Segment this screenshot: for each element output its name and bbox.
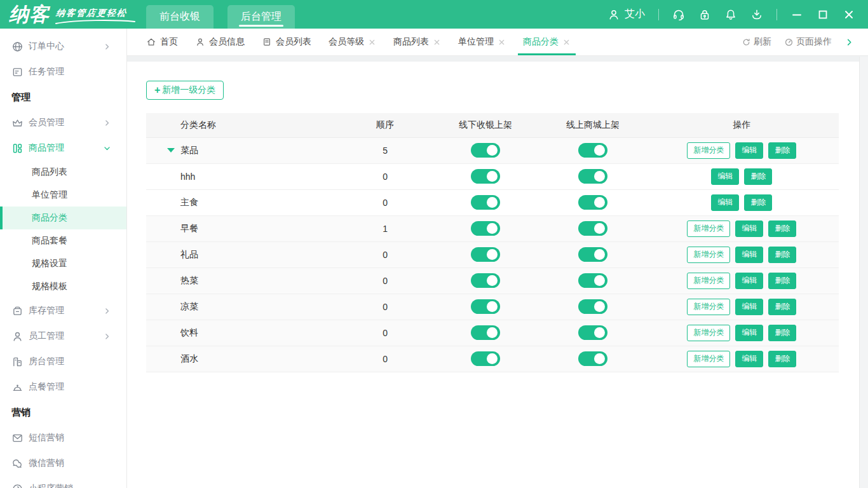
edit-button[interactable]: 编辑	[735, 351, 763, 367]
add-top-category-button[interactable]: + 新增一级分类	[146, 81, 224, 100]
tab-item[interactable]: 会员列表	[262, 29, 311, 55]
online-toggle[interactable]	[578, 273, 607, 288]
online-toggle[interactable]	[578, 169, 607, 184]
sidebar-item[interactable]: 任务管理	[0, 59, 126, 85]
edit-button[interactable]: 编辑	[735, 247, 763, 263]
sidebar-item[interactable]: 小程序营销	[0, 476, 126, 488]
online-toggle[interactable]	[578, 299, 607, 314]
sidebar-item[interactable]: 订单中心	[0, 34, 126, 59]
sidebar-item[interactable]: 点餐管理	[0, 374, 126, 400]
tab-close-icon[interactable]	[498, 38, 506, 46]
products-icon	[11, 142, 24, 154]
tab-active[interactable]: 商品分类	[523, 29, 571, 55]
edit-button[interactable]: 编辑	[711, 194, 739, 211]
online-cell	[541, 163, 645, 189]
headset-icon[interactable]	[672, 8, 685, 21]
close-window-button[interactable]	[843, 8, 855, 21]
edit-button[interactable]: 编辑	[735, 299, 763, 315]
chevron-right-icon[interactable]	[844, 37, 854, 47]
sidebar-item[interactable]: 短信营销	[0, 425, 126, 451]
online-toggle[interactable]	[578, 325, 607, 340]
add-subcategory-button[interactable]: 新增分类	[687, 142, 730, 159]
table-row: hhh0编辑删除	[146, 163, 839, 189]
sidebar-item[interactable]: 商品管理	[0, 135, 126, 161]
sidebar-subitem-active[interactable]: 商品分类	[0, 207, 126, 229]
delete-button[interactable]: 删除	[744, 194, 772, 211]
add-subcategory-button[interactable]: 新增分类	[687, 247, 730, 263]
tab-item[interactable]: 会员等级	[329, 29, 376, 55]
vertical-scrollbar[interactable]	[859, 57, 868, 488]
tab-close-icon[interactable]	[562, 38, 571, 46]
online-toggle[interactable]	[578, 195, 607, 210]
edit-button[interactable]: 编辑	[735, 325, 763, 341]
home-icon	[146, 37, 156, 47]
offline-toggle[interactable]	[471, 143, 500, 158]
minimize-button[interactable]	[790, 8, 803, 21]
toggle-knob	[594, 301, 605, 312]
page-operations-button[interactable]: 页面操作	[784, 36, 832, 48]
nav-tab-backend-admin[interactable]: 后台管理	[227, 5, 295, 29]
sidebar-subitem[interactable]: 规格模板	[0, 275, 126, 298]
add-subcategory-button[interactable]: 新增分类	[687, 351, 730, 367]
delete-button[interactable]: 删除	[744, 168, 772, 185]
online-toggle[interactable]	[578, 221, 607, 236]
maximize-button[interactable]	[817, 8, 829, 21]
sidebar-item[interactable]: 微信营销	[0, 451, 126, 476]
tab-item[interactable]: 首页	[146, 29, 178, 55]
tab-item[interactable]: 商品列表	[393, 29, 441, 55]
add-subcategory-button[interactable]: 新增分类	[687, 273, 730, 289]
edit-button[interactable]: 编辑	[735, 142, 763, 159]
online-toggle[interactable]	[578, 351, 607, 366]
sidebar-item-label: 订单中心	[29, 41, 103, 52]
sidebar-subitem[interactable]: 单位管理	[0, 184, 126, 207]
tab-item[interactable]: 单位管理	[458, 29, 506, 55]
bell-icon[interactable]	[724, 8, 737, 21]
tab-close-icon[interactable]	[368, 38, 376, 46]
refresh-button[interactable]: 刷新	[742, 36, 771, 48]
offline-toggle[interactable]	[471, 325, 500, 340]
delete-button[interactable]: 删除	[768, 325, 796, 341]
offline-toggle[interactable]	[471, 195, 500, 210]
delete-button[interactable]: 删除	[768, 299, 796, 315]
online-cell	[541, 268, 645, 294]
user-menu[interactable]: 艾小	[607, 8, 645, 21]
add-subcategory-button[interactable]: 新增分类	[687, 299, 730, 315]
nav-tab-front-cashier[interactable]: 前台收银	[146, 5, 214, 29]
lock-icon[interactable]	[698, 8, 711, 21]
tab-item[interactable]: 会员信息	[195, 29, 245, 55]
sidebar-item[interactable]: 房台管理	[0, 349, 126, 374]
edit-button[interactable]: 编辑	[735, 273, 763, 289]
sidebar-subitem[interactable]: 商品列表	[0, 161, 126, 184]
sidebar-item[interactable]: 员工管理	[0, 323, 126, 349]
expand-caret-icon[interactable]	[167, 148, 175, 152]
add-subcategory-button[interactable]: 新增分类	[687, 220, 730, 237]
add-subcategory-button[interactable]: 新增分类	[687, 325, 730, 341]
offline-toggle[interactable]	[471, 247, 500, 262]
online-toggle[interactable]	[578, 247, 607, 262]
delete-button[interactable]: 删除	[768, 142, 796, 159]
actions-cell: 新增分类编辑删除	[645, 241, 839, 268]
offline-toggle[interactable]	[471, 351, 500, 366]
edit-button[interactable]: 编辑	[711, 168, 739, 185]
sidebar-subitem[interactable]: 规格设置	[0, 252, 126, 275]
sidebar-item[interactable]: 库存管理	[0, 298, 126, 323]
offline-toggle[interactable]	[471, 169, 500, 184]
toggle-knob	[487, 249, 498, 260]
table-row: 凉菜0新增分类编辑删除	[146, 294, 839, 320]
pageops-icon	[784, 37, 794, 47]
sidebar-subitem[interactable]: 商品套餐	[0, 229, 126, 252]
edit-button[interactable]: 编辑	[735, 220, 763, 237]
col-online-listed: 线上商城上架	[541, 113, 645, 137]
download-icon[interactable]	[750, 8, 763, 21]
sidebar-item[interactable]: 会员管理	[0, 110, 126, 135]
delete-button[interactable]: 删除	[768, 273, 796, 289]
chevron-right-icon	[103, 43, 111, 51]
delete-button[interactable]: 删除	[768, 247, 796, 263]
delete-button[interactable]: 删除	[768, 351, 796, 367]
tab-close-icon[interactable]	[433, 38, 441, 46]
offline-toggle[interactable]	[471, 221, 500, 236]
online-toggle[interactable]	[578, 143, 607, 158]
offline-toggle[interactable]	[471, 273, 500, 288]
delete-button[interactable]: 删除	[768, 220, 796, 237]
offline-toggle[interactable]	[471, 299, 500, 314]
